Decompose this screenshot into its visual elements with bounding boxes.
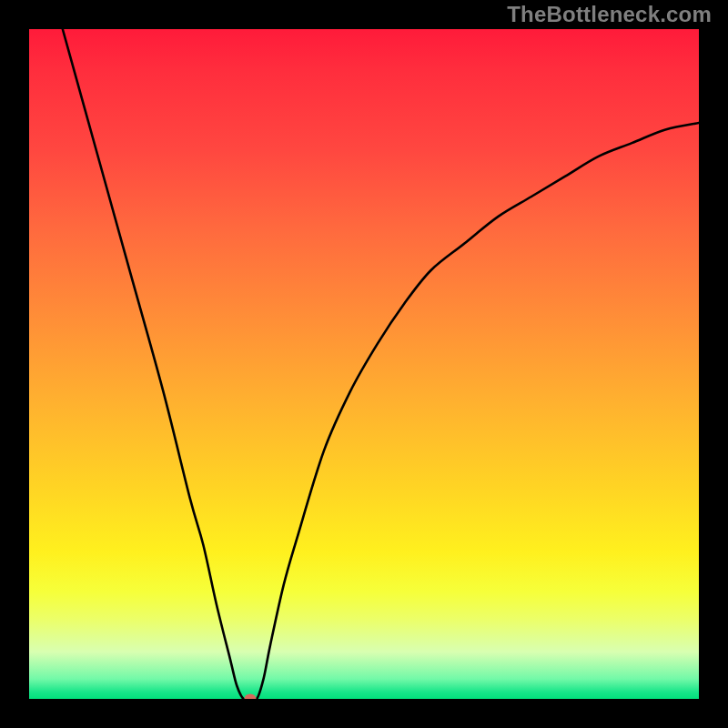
optimum-marker <box>244 694 256 700</box>
watermark-text: TheBottleneck.com <box>507 2 712 27</box>
curve-svg <box>29 29 699 699</box>
chart-frame: TheBottleneck.com <box>0 0 728 728</box>
plot-area <box>29 29 699 699</box>
bottleneck-curve <box>63 29 699 699</box>
